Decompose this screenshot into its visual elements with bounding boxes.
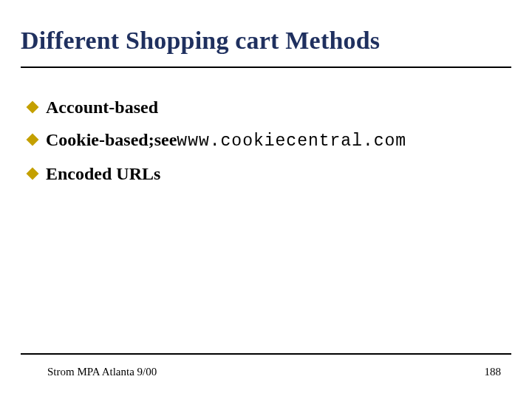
bullet-text: Encoded URLs (46, 160, 160, 188)
footer-text: Strom MPA Atlanta 9/00 (47, 366, 157, 378)
diamond-bullet-icon (27, 101, 39, 114)
diamond-bullet-icon (27, 168, 39, 180)
slide: Different Shopping cart Methods Account-… (0, 0, 532, 399)
title-divider (21, 66, 511, 68)
bullet-item: Cookie-based; see www.cookiecentral.com (28, 126, 504, 155)
bullet-text: Account-based (46, 93, 158, 121)
slide-title: Different Shopping cart Methods (21, 27, 380, 55)
bullet-suffix: see (154, 126, 177, 154)
bullet-item: Encoded URLs (28, 160, 504, 188)
page-number: 188 (485, 366, 502, 378)
bullet-item: Account-based (28, 93, 504, 121)
footer-divider (21, 353, 511, 355)
diamond-bullet-icon (27, 134, 39, 146)
slide-body: Account-based Cookie-based; see www.cook… (28, 93, 504, 193)
bullet-url: www.cookiecentral.com (177, 128, 406, 155)
bullet-text: Cookie-based; (46, 126, 154, 154)
